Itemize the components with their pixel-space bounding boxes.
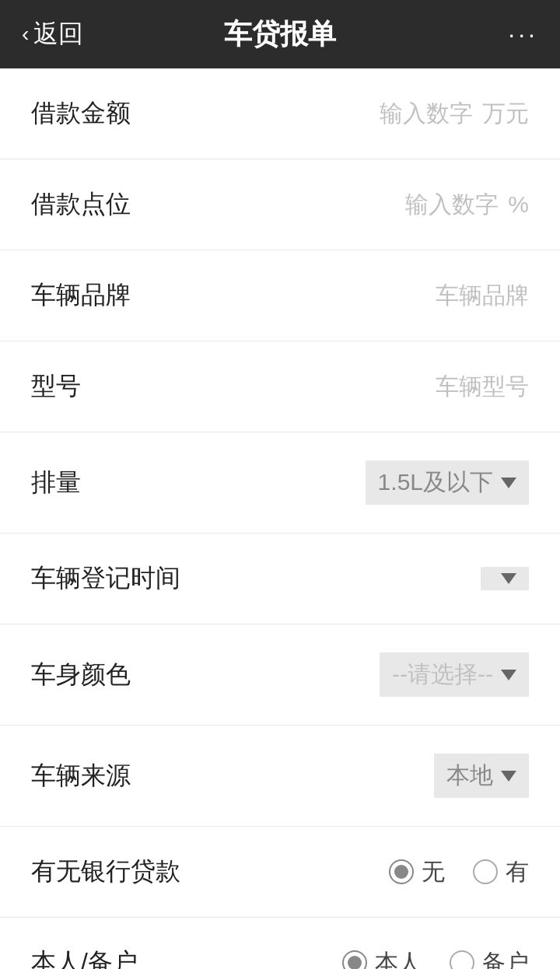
field-loan-rate: 借款点位 输入数字 % (0, 159, 560, 250)
dropdown-arrow-displacement (501, 478, 516, 488)
field-registration-time: 车辆登记时间 (0, 533, 560, 624)
page-title: 车贷报单 (224, 16, 336, 54)
radio-label-bank-loan-yes: 有 (506, 856, 529, 888)
radio-circle-bank-loan-no (389, 859, 414, 884)
radio-label-person-self: 本人 (375, 947, 422, 970)
label-car-brand: 车辆品牌 (31, 278, 131, 313)
select-car-color[interactable]: --请选择-- (380, 652, 529, 697)
field-bank-loan: 有无银行贷款 无 有 (0, 827, 560, 918)
field-car-color: 车身颜色 --请选择-- (0, 624, 560, 726)
dropdown-arrow-car-color (501, 670, 516, 680)
placeholder-car-model: 车辆型号 (436, 371, 529, 403)
select-car-source[interactable]: 本地 (434, 754, 529, 798)
placeholder-car-brand: 车辆品牌 (436, 280, 529, 312)
select-displacement[interactable]: 1.5L及以下 (366, 460, 529, 505)
field-car-model: 型号 车辆型号 (0, 341, 560, 432)
unit-loan-amount: 万元 (482, 98, 529, 130)
select-registration-time[interactable] (481, 567, 529, 590)
input-car-brand[interactable]: 车辆品牌 (131, 280, 529, 312)
label-bank-loan: 有无银行贷款 (31, 855, 180, 889)
field-loan-amount: 借款金额 输入数字 万元 (0, 68, 560, 159)
unit-loan-rate: % (508, 191, 529, 218)
value-car-color: --请选择-- (392, 659, 493, 691)
radio-circle-person-backup (450, 950, 474, 969)
field-person-type: 本人/备户 本人 备户 (0, 918, 560, 969)
radio-label-bank-loan-no: 无 (422, 856, 445, 888)
label-loan-amount: 借款金额 (31, 96, 131, 131)
dropdown-arrow-registration-time (501, 573, 516, 584)
radio-person-type: 本人 备户 (342, 947, 529, 970)
radio-bank-loan: 无 有 (389, 856, 529, 888)
label-car-source: 车辆来源 (31, 759, 131, 793)
label-displacement: 排量 (31, 466, 81, 500)
radio-label-person-backup: 备户 (482, 947, 529, 970)
value-displacement: 1.5L及以下 (378, 467, 493, 498)
back-arrow-icon: ‹ (22, 22, 29, 47)
radio-person-self[interactable]: 本人 (342, 947, 422, 970)
label-car-color: 车身颜色 (31, 658, 131, 692)
radio-bank-loan-no[interactable]: 无 (389, 856, 445, 888)
more-button[interactable]: ··· (508, 20, 538, 49)
placeholder-loan-amount: 输入数字 (380, 98, 473, 130)
label-car-model: 型号 (31, 369, 81, 404)
input-loan-rate[interactable]: 输入数字 % (131, 189, 529, 221)
field-car-brand: 车辆品牌 车辆品牌 (0, 250, 560, 341)
label-registration-time: 车辆登记时间 (31, 561, 180, 596)
input-car-model[interactable]: 车辆型号 (81, 371, 529, 403)
radio-circle-bank-loan-yes (473, 859, 498, 884)
input-loan-amount[interactable]: 输入数字 万元 (131, 98, 529, 130)
radio-person-backup[interactable]: 备户 (450, 947, 529, 970)
form-content: 借款金额 输入数字 万元 借款点位 输入数字 % 车辆品牌 车辆品牌 型号 车辆… (0, 68, 560, 969)
dropdown-arrow-car-source (501, 771, 516, 782)
header: ‹ 返回 车贷报单 ··· (0, 0, 560, 68)
back-label: 返回 (33, 17, 83, 51)
field-displacement: 排量 1.5L及以下 (0, 432, 560, 533)
label-person-type: 本人/备户 (31, 946, 138, 969)
placeholder-loan-rate: 输入数字 (405, 189, 499, 221)
radio-circle-person-self (342, 950, 367, 969)
back-button[interactable]: ‹ 返回 (22, 17, 83, 51)
value-car-source: 本地 (446, 760, 493, 792)
field-car-source: 车辆来源 本地 (0, 726, 560, 827)
radio-bank-loan-yes[interactable]: 有 (473, 856, 529, 888)
label-loan-rate: 借款点位 (31, 187, 131, 222)
